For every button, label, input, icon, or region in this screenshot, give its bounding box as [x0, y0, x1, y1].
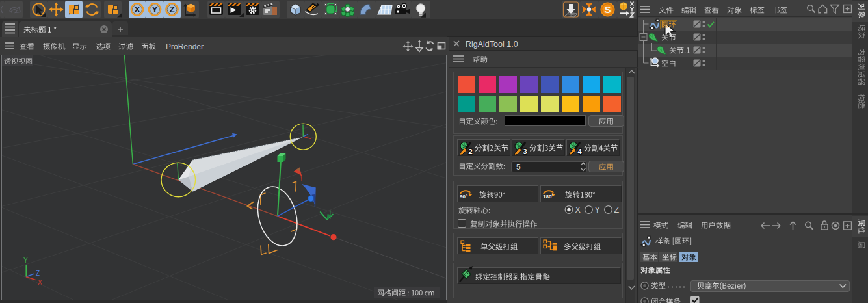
svg-text:X: X: [134, 5, 140, 14]
svg-text:Y: Y: [595, 205, 601, 215]
svg-text:Y: Y: [151, 5, 157, 14]
svg-text:Z: Z: [36, 270, 40, 277]
svg-text:Z: Z: [169, 5, 174, 14]
svg-text:180°: 180°: [543, 194, 554, 200]
svg-text:S: S: [604, 4, 611, 15]
svg-text:4: 4: [578, 148, 583, 155]
svg-text:2: 2: [469, 148, 473, 155]
svg-text:X: X: [38, 279, 42, 286]
svg-text:90°: 90°: [460, 194, 467, 200]
svg-text:X: X: [575, 205, 581, 215]
svg-text:Z: Z: [614, 205, 620, 215]
svg-text:Y: Y: [23, 257, 28, 264]
svg-text:3: 3: [523, 148, 527, 155]
